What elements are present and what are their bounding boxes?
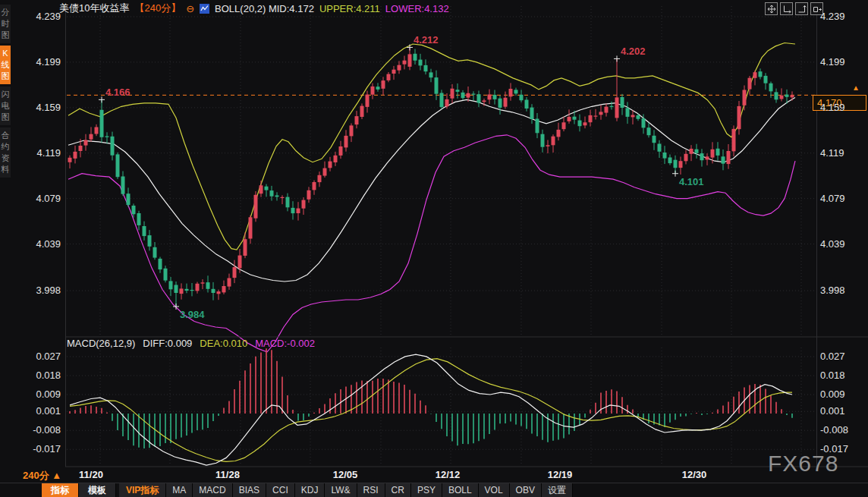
axis-label: 4.079 <box>820 193 845 205</box>
macd-diff-value: DIFF:0.009 <box>143 338 192 349</box>
sidebar-tab-4[interactable]: 合约资料 <box>0 127 11 178</box>
axis-label: 4.159 <box>21 102 61 114</box>
axis-label: 4.159 <box>820 102 845 114</box>
sidebar-tab-char: 图 <box>2 71 10 81</box>
sidebar-tab-2[interactable]: K线图 <box>0 46 11 84</box>
axis-label: -0.017 <box>21 443 61 455</box>
axis-label: 0.001 <box>21 405 61 417</box>
axis-label: 4.199 <box>21 56 61 68</box>
x-axis-date-label: 12/12 <box>436 469 461 480</box>
toolbar-item-KDJ[interactable]: KDJ <box>295 483 326 497</box>
axis-label: 0.009 <box>820 388 845 401</box>
boll-upper-value: UPPER:4.211 <box>319 3 380 14</box>
axis-label: 4.119 <box>21 147 61 159</box>
sidebar-tab-char: 资 <box>2 153 10 163</box>
x-axis-date-label: 11/20 <box>79 469 103 480</box>
sidebar-tab-char: 料 <box>2 165 10 175</box>
price-alert-marker-icon: ▲ <box>852 83 860 92</box>
sidebar-tab-char: 分 <box>2 8 10 17</box>
axis-label: 4.239 <box>21 11 61 23</box>
axis-label: 0.018 <box>21 370 61 382</box>
sidebar-tab-char: 约 <box>2 142 10 152</box>
price-annotation-high: 4.202 <box>621 46 646 57</box>
toolbar-item-PSY[interactable]: PSY <box>411 483 442 497</box>
price-annotation-high: 4.212 <box>414 34 439 46</box>
sidebar-tab-char: 图 <box>2 112 10 122</box>
sidebar-tab-char: 图 <box>2 30 10 40</box>
period-label[interactable]: 240分 ▲ <box>23 469 61 483</box>
axis-label: -0.008 <box>820 424 848 436</box>
price-annotation-low: 3.984 <box>180 309 205 320</box>
macd-params-label: MACD(26,12,9) <box>67 338 135 349</box>
axis-label: 4.119 <box>820 147 844 159</box>
x-axis-date-label: 11/28 <box>215 469 240 480</box>
sidebar-tab-char: 时 <box>2 19 10 29</box>
chart-type-sidebar: 分时图K线图闪电图合约资料 <box>0 5 11 180</box>
chart-canvas[interactable] <box>0 0 868 497</box>
toolbar-item-模板[interactable]: 模板 <box>79 483 116 497</box>
price-annotation-low: 4.101 <box>679 176 704 187</box>
boll-mid-value: BOLL(20,2) MID:4.172 <box>215 3 314 14</box>
period-up-arrow-icon: ▲ <box>52 470 61 481</box>
axis-label: 4.079 <box>21 193 61 205</box>
sidebar-tab-1[interactable]: 分时图 <box>0 5 11 43</box>
axis-label: 3.998 <box>820 285 845 297</box>
period-tag: 【240分】 <box>134 2 181 15</box>
sidebar-tab-char: K <box>2 49 8 58</box>
x-axis-date-label: 12/05 <box>333 469 358 480</box>
axis-label: 4.239 <box>820 11 845 23</box>
toolbar-item-VOL[interactable]: VOL <box>479 483 510 497</box>
sidebar-tab-char: 闪 <box>2 90 10 99</box>
axis-label: 0.027 <box>820 351 845 363</box>
toolbar-item-BIAS[interactable]: BIAS <box>233 483 266 497</box>
axis-label: 3.998 <box>21 285 61 297</box>
price-annotation-high: 4.166 <box>105 87 131 98</box>
axis-label: 4.039 <box>820 238 845 250</box>
fit-y-axis-icon[interactable] <box>795 2 808 15</box>
x-axis-date-label: 12/30 <box>682 469 707 480</box>
sidebar-tab-3[interactable]: 闪电图 <box>0 87 11 125</box>
sidebar-tab-char: 合 <box>2 131 10 140</box>
toolbar-item-MACD[interactable]: MACD <box>193 483 232 497</box>
instrument-title: 美债10年收益率 <box>59 2 129 15</box>
boll-lower-value: LOWER:4.132 <box>385 3 449 14</box>
macd-header: MACD(26,12,9) DIFF:0.009 DEA:0.010 MACD:… <box>67 338 315 349</box>
axis-label: -0.017 <box>820 443 848 455</box>
toolbar-item-CCI[interactable]: CCI <box>266 483 295 497</box>
axis-label: 4.199 <box>820 56 845 68</box>
axis-label: 4.039 <box>21 238 61 250</box>
toolbar-item-设置[interactable]: 设置 <box>542 483 573 497</box>
sidebar-tab-char: 线 <box>2 60 10 70</box>
axis-label: 0.018 <box>820 370 845 382</box>
toolbar-item-MA[interactable]: MA <box>166 483 193 497</box>
axis-label: -0.008 <box>21 424 61 436</box>
axis-label: 0.027 <box>21 351 61 363</box>
axis-label: 0.009 <box>21 388 61 401</box>
pan-icon[interactable] <box>765 2 778 15</box>
x-axis-date-label: 12/19 <box>548 469 573 480</box>
axis-label: 0.001 <box>820 405 845 417</box>
toolbar-item-RSI[interactable]: RSI <box>357 483 385 497</box>
chart-header: 美债10年收益率 【240分】 ⊖ BOLL(20,2) MID:4.172 U… <box>59 2 449 14</box>
toolbar-item-BOLL[interactable]: BOLL <box>442 483 479 497</box>
kline-window: 分时图K线图闪电图合约资料 美债10年收益率 【240分】 ⊖ BOLL(20,… <box>0 0 868 497</box>
toolbar-item-OBV[interactable]: OBV <box>510 483 542 497</box>
macd-hist-value: MACD:-0.002 <box>255 338 315 349</box>
collapse-indicator-icon[interactable]: ⊖ <box>186 4 194 14</box>
chart-window-controls <box>765 2 823 15</box>
toolbar-item-指标[interactable]: 指标 <box>42 483 79 497</box>
macd-dea-value: DEA:0.010 <box>200 338 247 349</box>
toolbar-item-LW&[interactable]: LW& <box>325 483 357 497</box>
fit-x-axis-icon[interactable] <box>780 2 793 15</box>
indicator-toolbar: 指标模板VIP指标MAMACDBIASCCIKDJLW&RSICRPSYBOLL… <box>42 483 573 497</box>
toolbar-item-CR[interactable]: CR <box>385 483 411 497</box>
sidebar-tab-char: 电 <box>2 101 10 111</box>
toolbar-item-VIP指标[interactable]: VIP指标 <box>119 483 166 497</box>
mini-chart-icon <box>200 4 209 14</box>
period-text: 240分 <box>23 470 49 481</box>
